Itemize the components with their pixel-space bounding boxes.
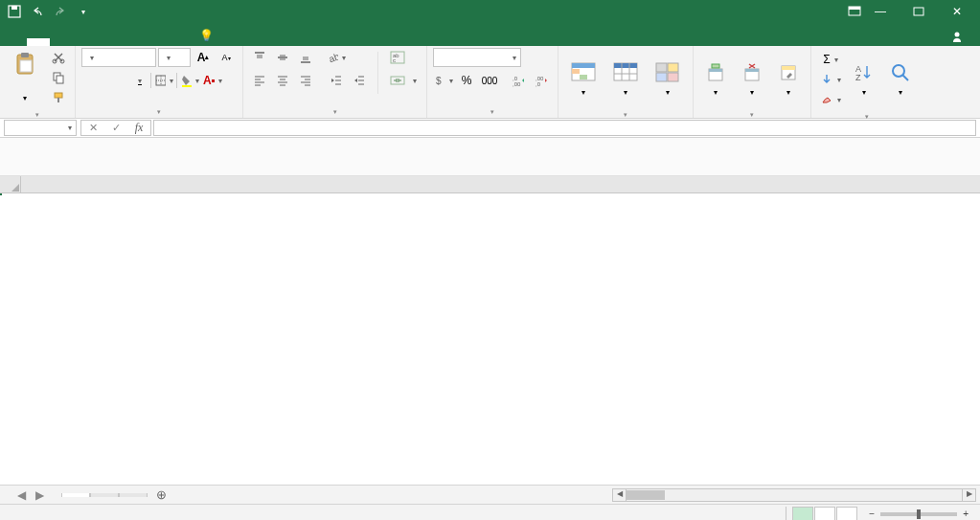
decrease-decimal-button[interactable]: ,00,0 <box>531 71 552 90</box>
copy-button[interactable] <box>48 68 69 87</box>
undo-button[interactable] <box>27 1 48 22</box>
svg-text:c: c <box>393 57 396 63</box>
user-area <box>832 6 861 17</box>
svg-text:,00: ,00 <box>513 81 521 87</box>
number-format-combo[interactable]: ▾ <box>433 48 521 67</box>
minimize-button[interactable]: — <box>861 0 900 23</box>
align-center-button[interactable] <box>272 71 293 90</box>
svg-rect-50 <box>391 77 404 84</box>
clear-button[interactable]: ▾ <box>817 90 844 109</box>
svg-text:ab: ab <box>328 51 338 64</box>
svg-rect-3 <box>849 7 860 10</box>
tab-layout[interactable] <box>73 38 96 46</box>
select-all-button[interactable] <box>0 176 21 192</box>
maximize-button[interactable] <box>900 0 938 23</box>
align-middle-button[interactable] <box>272 48 293 67</box>
format-cells-button[interactable]: ▾ <box>772 48 805 107</box>
increase-font-button[interactable]: A▴ <box>193 48 214 67</box>
cell-styles-button[interactable]: ▾ <box>649 48 687 107</box>
format-painter-button[interactable] <box>48 88 69 107</box>
zoom-slider[interactable] <box>880 512 957 516</box>
tell-me-search[interactable]: 💡 <box>188 25 231 46</box>
scroll-right-button[interactable]: ▶ <box>962 489 975 501</box>
ribbon-tab-strip: 💡 <box>0 23 980 46</box>
italic-button[interactable] <box>104 71 125 90</box>
merge-icon <box>390 73 405 88</box>
svg-line-79 <box>902 75 908 80</box>
close-button[interactable]: ✕ <box>938 0 976 23</box>
font-name-combo[interactable]: ▾ <box>81 48 156 67</box>
percent-button[interactable]: % <box>456 71 477 90</box>
share-button[interactable] <box>940 27 980 46</box>
zoom-in-button[interactable]: + <box>963 509 969 519</box>
fill-color-button[interactable]: ▾ <box>179 71 200 90</box>
align-right-button[interactable] <box>295 71 316 90</box>
insert-cells-button[interactable]: ▾ <box>699 48 732 107</box>
border-button[interactable]: ▾ <box>153 71 174 90</box>
font-size-combo[interactable]: ▾ <box>158 48 191 67</box>
font-color-button[interactable]: A▾ <box>202 71 223 90</box>
tab-file[interactable] <box>4 38 27 46</box>
format-icon <box>775 59 802 86</box>
horizontal-scrollbar[interactable]: ◀ ▶ <box>612 488 976 502</box>
increase-indent-button[interactable] <box>349 71 370 90</box>
worksheet-grid[interactable] <box>0 176 980 485</box>
bold-button[interactable] <box>81 71 103 90</box>
tab-review[interactable] <box>142 38 165 46</box>
align-left-button[interactable] <box>249 71 270 90</box>
autosum-button[interactable]: Σ▾ <box>817 50 844 69</box>
accounting-button[interactable]: $▾ <box>433 71 454 90</box>
svg-rect-14 <box>57 98 59 102</box>
increase-decimal-button[interactable]: ,0,00 <box>508 71 529 90</box>
svg-rect-73 <box>745 69 759 72</box>
sheet-nav[interactable]: ◀▶ <box>0 488 61 502</box>
save-icon[interactable] <box>4 1 25 22</box>
tab-view[interactable] <box>165 38 188 46</box>
underline-button[interactable]: ▾ <box>127 71 148 90</box>
tab-data[interactable] <box>119 38 142 46</box>
comma-button[interactable]: 000 <box>479 71 500 90</box>
align-top-button[interactable] <box>249 48 270 67</box>
page-layout-view-button[interactable] <box>814 507 835 521</box>
formula-buttons: ✕ ✓ fx <box>80 120 151 136</box>
fx-icon[interactable]: fx <box>127 121 150 135</box>
decrease-font-button[interactable]: A▾ <box>216 48 237 67</box>
conditional-format-button[interactable]: ▾ <box>564 48 603 107</box>
qat-dropdown[interactable]: ▾ <box>73 1 94 22</box>
cut-button[interactable] <box>48 48 69 67</box>
merge-center-button[interactable]: ▾ <box>386 71 421 90</box>
tab-insert[interactable] <box>50 38 73 46</box>
align-bottom-button[interactable] <box>295 48 316 67</box>
zoom-out-button[interactable]: − <box>869 509 875 519</box>
sheet-tab-1[interactable] <box>61 493 90 497</box>
sheet-tab-2[interactable] <box>90 493 119 497</box>
title-bar: ▾ — ✕ <box>0 0 980 23</box>
normal-view-button[interactable] <box>792 507 813 521</box>
wrap-text-button[interactable]: abc <box>386 48 421 67</box>
scroll-thumb[interactable] <box>627 490 665 500</box>
page-break-view-button[interactable] <box>836 507 857 521</box>
enter-formula-button[interactable]: ✓ <box>104 122 127 134</box>
decrease-indent-button[interactable] <box>326 71 347 90</box>
formula-bar[interactable] <box>153 120 976 136</box>
scroll-left-button[interactable]: ◀ <box>613 489 627 501</box>
clipboard-icon <box>11 51 38 78</box>
wrap-icon: abc <box>390 50 405 65</box>
ribbon-display-icon[interactable] <box>848 6 861 17</box>
person-icon <box>951 31 963 42</box>
cancel-formula-button[interactable]: ✕ <box>81 122 104 134</box>
orientation-button[interactable]: ab▾ <box>326 48 347 67</box>
redo-button[interactable] <box>50 1 71 22</box>
paste-button[interactable]: ▾ <box>6 48 44 107</box>
tab-home[interactable] <box>27 38 50 46</box>
sort-filter-button[interactable]: AZ ▾ <box>848 48 880 107</box>
add-sheet-button[interactable]: ⊕ <box>148 487 174 502</box>
delete-cells-button[interactable]: ▾ <box>736 48 768 107</box>
find-select-button[interactable]: ▾ <box>884 48 917 107</box>
svg-text:,0: ,0 <box>536 81 541 87</box>
tab-formulas[interactable] <box>96 38 119 46</box>
fill-button[interactable]: ▾ <box>817 70 844 89</box>
sheet-tab-3[interactable] <box>119 493 148 497</box>
name-box[interactable]: ▾ <box>4 120 77 136</box>
format-as-table-button[interactable]: ▾ <box>606 48 645 107</box>
